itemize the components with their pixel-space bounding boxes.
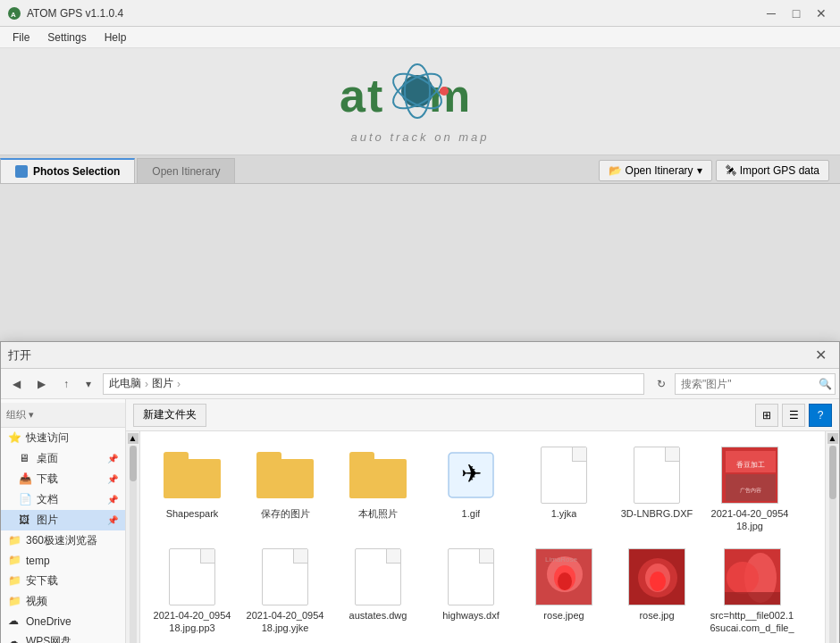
scroll-track — [130, 446, 137, 643]
sidebar-item-temp[interactable]: 📁 temp — [1, 551, 125, 571]
svg-point-24 — [650, 572, 666, 591]
list-item[interactable]: 本机照片 — [333, 438, 423, 537]
refresh-button[interactable]: ↻ — [650, 373, 673, 395]
organize-label[interactable]: 组织 ▾ — [6, 408, 34, 422]
photos-tab-icon — [15, 165, 28, 178]
breadcrumb-computer: 此电脑 — [109, 376, 141, 391]
new-folder-button[interactable]: 新建文件夹 — [133, 404, 206, 427]
list-item[interactable]: ✈ 1.gif — [426, 438, 516, 537]
view-large-icon-button[interactable]: ⊞ — [755, 404, 778, 427]
sidebar-item-onedrive[interactable]: ☁ OneDrive — [1, 612, 125, 631]
file-name: 3D-LNBRG.DXF — [621, 507, 693, 520]
downloads-icon: 📥 — [19, 472, 33, 487]
nav-recent-button[interactable]: ▾ — [80, 373, 97, 395]
file-name: 保存的图片 — [261, 507, 310, 520]
list-item[interactable]: 香豆加工 广告内容 2021-04-20_095418.jpg — [705, 438, 794, 537]
title-bar: A ATOM GPS v1.1.0.4 ─ □ ✕ — [0, 0, 840, 27]
svg-text:广告内容: 广告内容 — [740, 487, 761, 493]
app-title: ATOM GPS v1.1.0.4 — [27, 7, 760, 20]
file-name: rose.jpg — [639, 609, 674, 622]
nav-forward-button[interactable]: ▶ — [29, 373, 53, 395]
list-item[interactable]: rose.jpg — [612, 540, 701, 639]
scroll-up-btn2[interactable]: ▲ — [827, 433, 838, 444]
browser-icon: 📁 — [8, 534, 22, 548]
svg-text:at: at — [340, 70, 384, 121]
sidebar-label-documents: 文档 — [37, 492, 58, 507]
search-box: 🔍 — [675, 373, 836, 395]
search-input[interactable] — [681, 378, 815, 390]
list-item[interactable]: austates.dwg — [333, 540, 423, 639]
nav-up-button[interactable]: ↑ — [55, 373, 78, 395]
menu-file[interactable]: File — [4, 28, 38, 47]
scroll-up-button[interactable]: ▲ — [128, 433, 139, 444]
andownload-icon: 📁 — [8, 574, 22, 589]
svg-point-19 — [558, 572, 572, 590]
file-name: 2021-04-20_095418.jpg.yjke — [245, 609, 325, 634]
dialog-body: 组织 ▾ ⭐ 快速访问 🖥 桌面 📌 📥 下载 — [1, 399, 839, 643]
svg-rect-28 — [725, 592, 781, 605]
content-area: 打开 ✕ ◀ ▶ ↑ ▾ 此电脑 › 图片 › ↻ 🔍 — [0, 184, 840, 643]
list-item[interactable]: 2021-04-20_095418.jpg.yjke — [240, 540, 330, 639]
sidebar-item-quick-access[interactable]: ⭐ 快速访问 — [1, 428, 125, 448]
tab-photos-selection[interactable]: Photos Selection — [0, 158, 135, 183]
import-gps-button[interactable]: 🛰 Import GPS data — [716, 160, 829, 181]
list-item[interactable]: 保存的图片 — [240, 438, 330, 537]
photo-icon — [628, 548, 685, 605]
list-item[interactable]: Shapespark — [147, 438, 237, 537]
minimize-button[interactable]: ─ — [760, 4, 783, 22]
doc-icon — [628, 447, 685, 504]
list-item[interactable]: LimaRose rose.jpeg — [519, 540, 609, 639]
file-name: 1.yjka — [551, 507, 577, 520]
file-name: highways.dxf — [442, 609, 500, 622]
folder-icon — [164, 447, 221, 504]
sidebar-item-andownload[interactable]: 📁 安下载 — [1, 571, 125, 591]
open-itinerary-button[interactable]: 📂 Open Itinerary ▾ — [599, 160, 712, 181]
menu-settings[interactable]: Settings — [38, 28, 95, 47]
dialog-close-button[interactable]: ✕ — [809, 346, 832, 365]
sidebar-item-documents[interactable]: 📄 文档 📌 — [1, 489, 125, 510]
sidebar-item-wpsdisk[interactable]: ☁ WPS网盘 — [1, 631, 125, 643]
maximize-button[interactable]: □ — [785, 4, 808, 22]
close-button[interactable]: ✕ — [810, 4, 833, 22]
svg-text:m: m — [429, 70, 472, 121]
file-name: austates.dwg — [349, 609, 407, 622]
sidebar-item-video[interactable]: 📁 视频 — [1, 591, 125, 612]
view-list-button[interactable]: ☰ — [782, 404, 805, 427]
file-name: 2021-04-20_095418.jpg — [710, 507, 790, 532]
logo: at m auto track on map — [331, 60, 509, 144]
sidebar-label-video: 视频 — [26, 594, 47, 609]
sidebar-label-downloads: 下载 — [37, 472, 58, 487]
documents-icon: 📄 — [19, 493, 33, 507]
nav-back-button[interactable]: ◀ — [4, 373, 28, 395]
file-grid: Shapespark — [140, 431, 825, 643]
pictures-icon: 🖼 — [19, 514, 33, 528]
list-item[interactable]: 3D-LNBRG.DXF — [612, 438, 701, 537]
video-icon: 📁 — [8, 595, 22, 609]
sidebar-item-browser[interactable]: 📁 360极速浏览器 — [1, 530, 125, 551]
breadcrumb-pictures: 图片 — [152, 376, 173, 391]
view-help-button[interactable]: ? — [809, 404, 832, 427]
list-item[interactable]: 2021-04-20_095418.jpg.pp3 — [147, 540, 237, 639]
scroll-thumb[interactable] — [130, 446, 137, 481]
onedrive-icon: ☁ — [8, 614, 22, 629]
desktop-pin-icon: 📌 — [107, 454, 118, 463]
folder-icon — [256, 447, 314, 504]
file-name: 本机照片 — [358, 507, 398, 520]
svg-point-8 — [440, 87, 449, 96]
sidebar-label-onedrive: OneDrive — [26, 615, 71, 628]
sidebar-item-downloads[interactable]: 📥 下载 📌 — [1, 469, 125, 489]
tab-open-itinerary-inactive[interactable]: Open Itinerary — [137, 158, 235, 183]
list-item[interactable]: 1.yjka — [519, 438, 609, 537]
menu-help[interactable]: Help — [96, 28, 136, 47]
scroll-thumb2[interactable] — [829, 446, 836, 499]
sidebar-item-desktop[interactable]: 🖥 桌面 📌 — [1, 448, 125, 469]
logo-svg: at m — [331, 60, 509, 131]
list-item[interactable]: highways.dxf — [426, 540, 516, 639]
list-item[interactable]: src=http__file002.16sucai.com_d_file_201… — [705, 540, 799, 639]
tab-bar: Photos Selection Open Itinerary 📂 Open I… — [0, 155, 840, 184]
svg-text:A: A — [11, 11, 16, 19]
photos-tab-label: Photos Selection — [33, 165, 120, 178]
left-scrollbar: ▲ ▼ — [126, 431, 140, 643]
documents-pin-icon: 📌 — [107, 495, 118, 505]
sidebar-item-pictures[interactable]: 🖼 图片 📌 — [1, 510, 125, 530]
